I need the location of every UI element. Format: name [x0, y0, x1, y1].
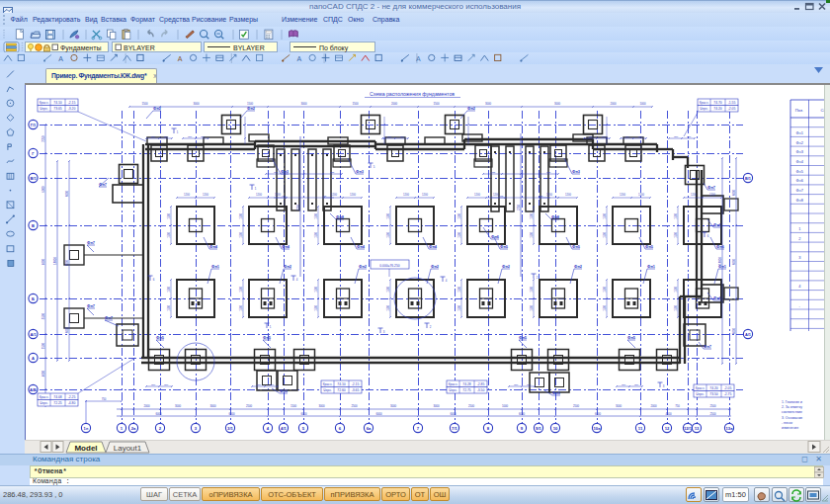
svg-text:750: 750 — [674, 135, 679, 138]
svg-text:6000: 6000 — [519, 412, 526, 416]
svg-text:1500: 1500 — [167, 232, 171, 238]
svg-text:2. За отметку: 2. За отметку — [782, 405, 802, 409]
svg-text:Фн1: Фн1 — [647, 264, 656, 269]
svg-text:-3.20: -3.20 — [68, 107, 76, 111]
svg-text:В/1: В/1 — [30, 176, 37, 181]
svg-text:750: 750 — [638, 135, 643, 138]
svg-text:750: 750 — [387, 135, 392, 138]
svg-text:7/1: 7/1 — [452, 426, 457, 431]
svg-text:3000: 3000 — [193, 102, 200, 106]
svg-text:A: A — [416, 55, 421, 62]
svg-text:9/1: 9/1 — [536, 426, 541, 431]
svg-text:1500: 1500 — [530, 232, 534, 238]
svg-text:-2.15: -2.15 — [68, 101, 76, 105]
svg-text:2000: 2000 — [610, 102, 617, 106]
svg-text:2а: 2а — [131, 426, 136, 431]
svg-text:3/1: 3/1 — [227, 426, 233, 431]
svg-text:Фн8: Фн8 — [336, 214, 345, 219]
svg-text:1500: 1500 — [386, 232, 390, 238]
svg-text:Фн7: Фн7 — [105, 315, 113, 320]
svg-text:Фн4: Фн4 — [209, 244, 218, 249]
svg-text:Г/1: Г/1 — [31, 123, 37, 127]
svg-text:Фн5: Фн5 — [500, 244, 509, 249]
svg-text:Черн.: Черн. — [40, 401, 47, 405]
svg-text:6000: 6000 — [595, 412, 602, 416]
svg-text:BYLAYER: BYLAYER — [233, 44, 265, 51]
svg-text:72.75: 72.75 — [462, 388, 471, 392]
svg-text:750: 750 — [634, 383, 639, 386]
svg-text:Черн.: Черн. — [40, 107, 47, 111]
svg-text:соответствие: соответствие — [782, 410, 802, 414]
svg-text:750: 750 — [589, 135, 594, 138]
svg-text:1500: 1500 — [239, 213, 243, 219]
svg-text:-2.05: -2.05 — [728, 107, 736, 111]
svg-text:3500: 3500 — [42, 312, 45, 319]
svg-text:1500: 1500 — [603, 305, 607, 311]
svg-text:1500: 1500 — [603, 213, 607, 219]
svg-text:Фн2: Фн2 — [431, 264, 440, 269]
svg-text:3000: 3000 — [175, 404, 182, 408]
svg-text:750: 750 — [602, 135, 607, 138]
svg-text:6000: 6000 — [375, 412, 382, 416]
svg-text:1500: 1500 — [530, 305, 534, 311]
svg-text:6000: 6000 — [42, 258, 45, 265]
svg-text:13а: 13а — [726, 426, 734, 431]
svg-text:1500: 1500 — [530, 287, 534, 293]
svg-text:1500: 1500 — [239, 287, 243, 293]
svg-text:Фн3: Фн3 — [281, 169, 290, 174]
svg-text:Схема расположения фундаментов: Схема расположения фундаментов — [370, 91, 455, 97]
svg-text:11: 11 — [638, 426, 643, 431]
svg-text:2500: 2500 — [573, 404, 580, 408]
svg-text:1500: 1500 — [386, 305, 390, 311]
svg-text:Красн.: Красн. — [40, 395, 49, 399]
svg-text:Фн3: Фн3 — [356, 169, 365, 174]
svg-text:-3.50: -3.50 — [477, 388, 485, 392]
svg-text:Фн4: Фн4 — [429, 244, 438, 249]
svg-text:1500: 1500 — [433, 102, 440, 106]
svg-text:Фн3: Фн3 — [552, 390, 561, 395]
svg-text:750: 750 — [675, 404, 680, 408]
svg-text:1500: 1500 — [167, 287, 171, 293]
svg-text:1500: 1500 — [603, 287, 607, 293]
svg-text:725: 725 — [546, 171, 551, 174]
svg-text:6000: 6000 — [65, 260, 69, 266]
svg-text:3000: 3000 — [485, 102, 492, 106]
svg-text:6000: 6000 — [732, 190, 736, 196]
svg-text:Фн1: Фн1 — [796, 130, 803, 135]
svg-text:Фн5: Фн5 — [645, 244, 654, 249]
svg-text:750: 750 — [151, 135, 156, 138]
svg-text:-4.80: -4.80 — [68, 401, 76, 405]
svg-text:Фн3: Фн3 — [796, 149, 803, 154]
svg-text:В: В — [32, 223, 35, 228]
svg-text:1500: 1500 — [603, 232, 607, 238]
svg-text:1200: 1200 — [620, 193, 625, 197]
svg-text:1500: 1500 — [352, 102, 359, 106]
svg-text:Фн8: Фн8 — [551, 214, 560, 219]
svg-text:2: 2 — [798, 236, 800, 241]
svg-text:6000: 6000 — [732, 259, 736, 265]
svg-text:Красн.: Красн. — [40, 101, 49, 105]
svg-text:1500: 1500 — [674, 232, 678, 238]
svg-text:Фн5: Фн5 — [572, 244, 581, 249]
svg-text:10: 10 — [553, 426, 558, 431]
svg-text:2250: 2250 — [517, 205, 521, 210]
svg-text:2250: 2250 — [296, 205, 300, 210]
svg-text:Фн2: Фн2 — [284, 264, 292, 269]
svg-text:-3.65: -3.65 — [352, 388, 360, 392]
svg-text:1500: 1500 — [239, 232, 243, 238]
svg-text:6000: 6000 — [42, 186, 45, 193]
svg-text:1500: 1500 — [314, 305, 318, 311]
svg-text:Красн.: Красн. — [696, 386, 706, 390]
svg-text:Фн8: Фн8 — [796, 198, 803, 203]
svg-text:725: 725 — [330, 171, 335, 174]
svg-text:2500: 2500 — [42, 342, 45, 349]
svg-text:А/1: А/1 — [745, 333, 751, 337]
svg-text:4000: 4000 — [42, 370, 45, 377]
svg-text:Поз.: Поз. — [795, 108, 803, 113]
svg-text:1500: 1500 — [457, 287, 461, 293]
svg-text:2000: 2000 — [143, 404, 150, 408]
svg-text:750: 750 — [201, 135, 206, 138]
svg-text:1200: 1200 — [493, 193, 499, 197]
svg-text:BYLAYER: BYLAYER — [124, 44, 155, 51]
svg-text:750: 750 — [257, 383, 262, 386]
